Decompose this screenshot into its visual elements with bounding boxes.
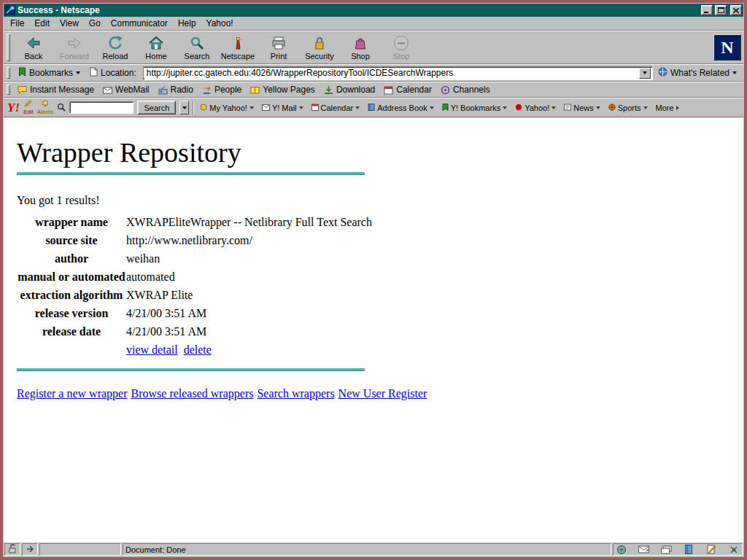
dock-handle-icon <box>26 543 34 556</box>
composer-icon[interactable] <box>705 545 717 555</box>
whats-related-button[interactable]: What's Related <box>655 66 741 79</box>
print-button[interactable]: Print <box>258 32 299 63</box>
yellow-pages-icon <box>250 85 260 95</box>
personal-toolbar-grab-handle[interactable] <box>7 85 10 95</box>
yahoo-item-sports[interactable]: Sports <box>606 104 650 112</box>
close-button[interactable] <box>730 5 742 15</box>
personal-item-radio[interactable]: Radio <box>155 84 198 96</box>
component-bar-toggle[interactable] <box>22 543 38 556</box>
forward-label: Forward <box>60 52 89 61</box>
netscape-button[interactable]: Netscape <box>217 32 258 63</box>
personal-item-label: Channels <box>453 85 490 95</box>
personal-item-calendar[interactable]: Calendar <box>381 84 436 96</box>
yahoo-item-yahoo[interactable]: Yahoo! <box>513 104 558 112</box>
menu-communicator[interactable]: Communicator <box>106 17 173 30</box>
yahoo-item-calendar[interactable]: Calendar <box>309 104 363 112</box>
menu-yahoo[interactable]: Yahoo! <box>201 17 239 30</box>
menu-help[interactable]: Help <box>173 17 201 30</box>
security-status-button[interactable] <box>4 543 20 556</box>
register-new-wrapper-link[interactable]: Register a new wrapper <box>17 387 128 400</box>
page-content: Wrapper Repository You got 1 results! wr… <box>4 117 743 542</box>
yahoo-item-news[interactable]: News <box>562 104 603 112</box>
yahoo-alerts-button[interactable]: Alerts <box>37 100 54 115</box>
field-value: http://www.netlibrary.com/ <box>126 231 372 249</box>
forward-button[interactable]: Forward <box>54 32 95 63</box>
back-label: Back <box>25 52 42 61</box>
home-button[interactable]: Home <box>136 32 177 63</box>
url-input[interactable] <box>144 68 639 78</box>
chevron-down-icon <box>503 106 507 109</box>
yahoo-search-input[interactable] <box>69 101 133 114</box>
location-bar-grab-handle[interactable] <box>7 67 10 79</box>
personal-item-webmail[interactable]: WebMail <box>100 84 153 96</box>
shop-button[interactable]: Shop <box>340 32 381 63</box>
yahoo-edit-label: Edit <box>23 109 34 115</box>
yahoo-item-label: Sports <box>618 104 641 112</box>
search-label: Search <box>185 52 210 61</box>
row-links-cell: view detaildelete <box>126 341 372 359</box>
field-label: extraction algorithm <box>17 286 126 304</box>
delete-link[interactable]: delete <box>184 343 212 356</box>
menu-edit[interactable]: Edit <box>29 17 55 30</box>
location-label: Location: <box>87 66 141 79</box>
yahoo-logo[interactable]: Y! <box>7 101 20 115</box>
reload-button[interactable]: Reload <box>95 32 136 63</box>
personal-toolbar: Instant Message WebMail Radio People Yel… <box>4 82 743 98</box>
chevron-down-icon <box>299 106 303 109</box>
stop-button[interactable]: Stop <box>381 32 422 63</box>
bookmarks-button[interactable]: Bookmarks <box>15 66 85 79</box>
webmail-icon <box>103 85 112 95</box>
location-page-icon <box>90 67 98 79</box>
table-row: release date 4/21/00 3:51 AM <box>17 322 372 341</box>
netscape-logo[interactable]: N <box>713 34 741 61</box>
table-row: extraction algorithm XWRAP Elite <box>17 286 372 304</box>
browse-released-wrappers-link[interactable]: Browse released wrappers <box>131 387 254 400</box>
location-label-text: Location: <box>101 68 136 78</box>
security-icon <box>311 35 328 51</box>
yahoo-edit-button[interactable]: Edit <box>23 100 34 115</box>
yahoo-item-y-bookmarks[interactable]: Y! Bookmarks <box>440 104 509 112</box>
field-label: source site <box>17 231 126 249</box>
sports-icon <box>608 104 616 112</box>
menu-go[interactable]: Go <box>84 17 106 30</box>
view-detail-link[interactable]: view detail <box>126 343 178 356</box>
back-button[interactable]: Back <box>13 32 54 63</box>
newsgroups-icon[interactable] <box>661 545 673 555</box>
mailbox-icon[interactable] <box>638 545 650 555</box>
search-button[interactable]: Search <box>177 32 217 63</box>
chevron-down-icon <box>249 106 254 109</box>
personal-item-instant-message[interactable]: Instant Message <box>15 84 98 96</box>
security-button[interactable]: Security <box>299 32 340 63</box>
yahoo-more-button[interactable]: More <box>654 104 681 112</box>
minimize-button[interactable] <box>701 5 713 15</box>
address-book-icon[interactable] <box>683 545 694 555</box>
page-title: Wrapper Repository <box>17 136 743 168</box>
yahoo-item-label: News <box>573 104 594 112</box>
menu-file[interactable]: File <box>5 17 29 30</box>
new-user-register-link[interactable]: New User Register <box>338 387 427 400</box>
yahoo-item-ymail[interactable]: Y! Mail <box>260 104 306 112</box>
shop-label: Shop <box>351 52 370 61</box>
menu-view[interactable]: View <box>55 17 84 30</box>
reload-icon <box>107 35 123 51</box>
notification-icon[interactable] <box>728 545 740 555</box>
url-dropdown-button[interactable] <box>639 68 651 79</box>
personal-item-people[interactable]: People <box>199 84 246 96</box>
yahoo-search-dropdown-button[interactable] <box>179 101 189 114</box>
toolbar-grab-handle[interactable] <box>7 34 10 61</box>
yahoo-item-address-book[interactable]: Address Book <box>365 104 436 112</box>
wrapper-table: wrapper name XWRAPEliteWrapper -- Netlib… <box>17 213 372 359</box>
navigator-icon[interactable] <box>616 545 627 555</box>
search-wrappers-link[interactable]: Search wrappers <box>257 387 334 400</box>
chevron-down-icon <box>643 106 648 109</box>
news-icon <box>564 104 571 112</box>
maximize-button[interactable] <box>715 5 727 15</box>
personal-item-download[interactable]: Download <box>321 84 379 96</box>
yahoo-search-button[interactable]: Search <box>137 101 176 114</box>
personal-item-channels[interactable]: Channels <box>438 84 495 96</box>
field-value: automated <box>126 268 372 286</box>
table-row: author weihan <box>17 249 372 268</box>
yahoo-more-label: More <box>656 104 674 112</box>
personal-item-yellow-pages[interactable]: Yellow Pages <box>247 84 320 96</box>
yahoo-item-my-yahoo[interactable]: My Yahoo! <box>198 104 256 112</box>
